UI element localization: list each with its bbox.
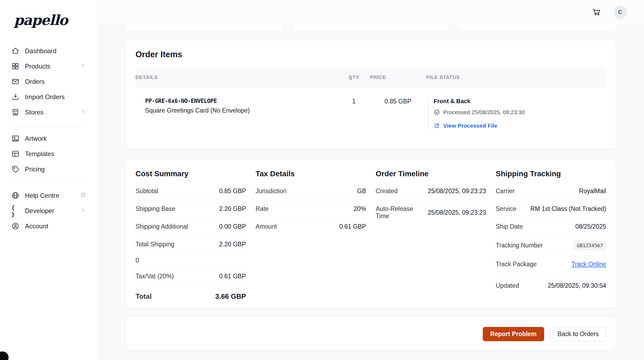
row-label: Updated: [496, 282, 519, 289]
check-circle-icon: [434, 109, 440, 116]
row-value: 0.61 GBP: [219, 273, 246, 280]
file-processed-row: Processed 25/08/2025, 09:23:30: [434, 109, 606, 116]
sidebar-divider: [12, 182, 85, 182]
tax-row: Rate 20%: [256, 200, 366, 218]
sidebar-item-label: Dashboard: [25, 47, 56, 55]
tax-details-title: Tax Details: [256, 170, 366, 178]
partial-card: [292, 24, 450, 31]
tracking-row: Carrier RoyalMail: [496, 182, 606, 200]
row-label: Shipping Additional: [136, 223, 188, 230]
topbar: C: [98, 0, 644, 24]
summary-row: Subtotal 0.85 GBP: [136, 182, 246, 200]
row-label: Carrier: [496, 188, 515, 195]
row-value: GB: [357, 188, 366, 195]
sidebar-item-label: Stores: [25, 109, 43, 116]
order-info-card: Cost Summary Subtotal 0.85 GBP Shipping …: [126, 160, 616, 308]
shipping-tracking-section: Shipping Tracking Carrier RoyalMail Serv…: [496, 170, 606, 306]
sidebar-item-label: Developer: [25, 207, 54, 215]
sidebar-item-label: Help Centre: [25, 192, 59, 199]
tax-details-section: Tax Details Jurisdiction GB Rate 20% Amo…: [256, 170, 366, 306]
sidebar-item-help-centre[interactable]: Help Centre: [6, 188, 92, 203]
home-icon: [11, 47, 20, 55]
row-value: RoyalMail: [579, 188, 606, 195]
timeline-row: Auto-Release Time 25/08/2025, 09:23:23: [376, 200, 486, 225]
layout-icon: [11, 150, 20, 158]
sidebar-nav: Dashboard Products Orders Import Orders …: [0, 43, 97, 234]
order-items-card: Order Items DETAILS QTY PRICE FILE STATU…: [126, 40, 616, 149]
sidebar-item-label: Templates: [25, 150, 54, 158]
stray-zero-row: 0: [136, 253, 246, 268]
tracking-row: Ship Date 08/25/2025: [496, 218, 606, 236]
row-label: Tracking Number: [496, 242, 543, 249]
row-value: 25/08/2025, 09:23:23: [428, 188, 486, 195]
sidebar-item-dashboard[interactable]: Dashboard: [6, 43, 92, 59]
row-value: 20%: [354, 205, 366, 213]
sidebar-item-artwork[interactable]: Artwork: [6, 131, 92, 146]
row-label: Service: [496, 205, 517, 213]
file-side-label: Front & Back: [434, 98, 606, 105]
summary-row: Total Shipping 2.20 GBP: [136, 236, 246, 253]
track-package-row: Track Package Track Online: [496, 255, 606, 273]
avatar[interactable]: C: [613, 5, 627, 19]
chevron-right-icon: [80, 109, 86, 116]
content: Order Items DETAILS QTY PRICE FILE STATU…: [98, 24, 644, 360]
actions-card: Report Problem Back to Orders: [126, 318, 616, 350]
partial-card: [459, 24, 616, 31]
report-problem-button[interactable]: Report Problem: [483, 327, 544, 341]
total-row: Total 3.66 GBP: [136, 285, 246, 306]
external-link-icon: [434, 123, 440, 129]
order-items-title: Order Items: [136, 50, 606, 59]
sidebar-item-templates[interactable]: Templates: [6, 146, 92, 161]
image-icon: [11, 134, 20, 143]
sidebar-item-stores[interactable]: Stores: [6, 105, 92, 120]
row-label: Ship Date: [496, 223, 523, 230]
storefront-icon: [11, 108, 20, 116]
sidebar-item-label: Orders: [25, 78, 45, 85]
back-to-orders-button[interactable]: Back to Orders: [550, 327, 606, 341]
row-label: Subtotal: [136, 188, 158, 195]
sidebar-item-developer[interactable]: { } Developer: [6, 203, 92, 218]
sidebar-item-pricing[interactable]: Pricing: [6, 161, 92, 177]
corner-decoration: [0, 351, 9, 360]
cost-summary-title: Cost Summary: [136, 170, 246, 178]
code-braces-icon: { }: [11, 207, 20, 215]
sidebar-divider: [12, 125, 85, 125]
sidebar-item-label: Artwork: [25, 135, 47, 142]
sidebar-item-label: Account: [25, 222, 48, 230]
tax-vat-row: Tax/Vat (20%) 0.61 GBP: [136, 268, 246, 285]
row-value: 25/08/2025, 09:30:54: [548, 282, 606, 289]
sidebar: papello Dashboard Products Orders Import…: [0, 0, 98, 360]
timeline-row: Created 25/08/2025, 09:23:23: [376, 182, 486, 200]
shipping-tracking-title: Shipping Tracking: [496, 170, 606, 178]
sidebar-item-account[interactable]: Account: [6, 218, 92, 234]
cart-icon[interactable]: [592, 7, 602, 17]
tracking-row: Service RM 1st Class (Not Tracked): [496, 200, 606, 218]
track-online-link[interactable]: Track Online: [571, 261, 606, 268]
updated-row: Updated 25/08/2025, 09:30:54: [496, 277, 606, 294]
row-value: 25/08/2025, 09:23:23: [428, 209, 486, 216]
table-row: PP-GRE-6x6-NO-ENVELOPE Square Greetings …: [136, 88, 606, 130]
sidebar-item-label: Products: [25, 63, 50, 70]
partial-card: [126, 24, 283, 31]
sidebar-item-import-orders[interactable]: Import Orders: [6, 89, 92, 105]
sidebar-item-orders[interactable]: Orders: [6, 74, 92, 89]
view-processed-file-link[interactable]: View Processed File: [434, 123, 497, 129]
row-value: 2.20 GBP: [219, 241, 246, 248]
row-label: Amount: [256, 223, 277, 230]
item-name: Square Greetings Card (No Envelope): [145, 107, 338, 114]
file-status-block: Front & Back Processed 25/08/2025, 09:23…: [428, 98, 606, 130]
tax-row: Amount 0.61 GBP: [256, 218, 366, 235]
row-label: Tax/Vat (20%): [136, 273, 174, 280]
row-value: 0.00 GBP: [219, 223, 246, 230]
row-label: Track Package: [496, 261, 537, 268]
grid-icon: [11, 62, 20, 70]
sidebar-item-products[interactable]: Products: [6, 59, 92, 74]
tag-icon: [11, 165, 20, 173]
chevron-right-icon: [80, 63, 86, 70]
main-area: C Order Items DETAILS QTY PRICE FILE STA…: [98, 0, 644, 360]
column-header-file-status: FILE STATUS: [426, 67, 606, 88]
item-sku: PP-GRE-6x6-NO-ENVELOPE: [145, 98, 338, 104]
row-label: Jurisdiction: [256, 188, 287, 195]
item-file-status-cell: Front & Back Processed 25/08/2025, 09:23…: [426, 98, 606, 130]
stray-zero-value: 0: [136, 257, 139, 264]
